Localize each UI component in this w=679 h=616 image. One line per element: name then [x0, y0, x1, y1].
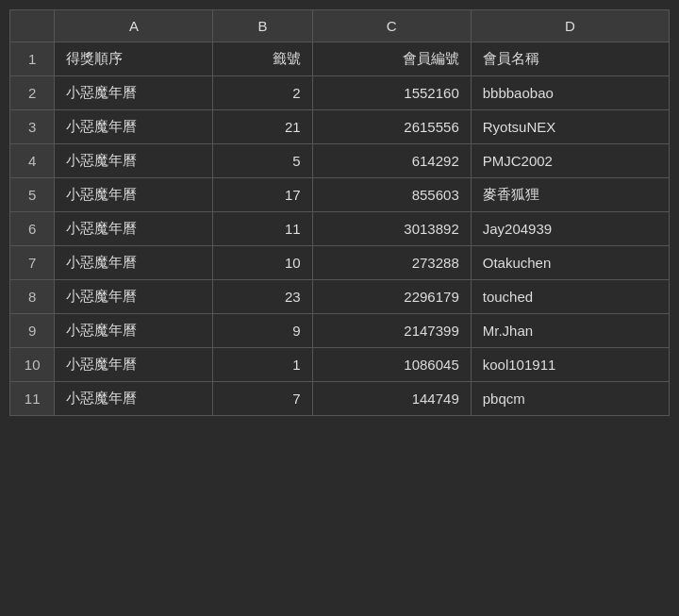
cell-col-d[interactable]: bbbbaobao	[471, 76, 669, 110]
cell-col-b[interactable]: 17	[213, 178, 312, 212]
row-number: 8	[10, 280, 55, 314]
cell-col-c[interactable]: 2147399	[312, 314, 471, 348]
cell-col-c[interactable]: 855603	[312, 178, 471, 212]
row-number: 1	[10, 42, 55, 76]
cell-col-b[interactable]: 5	[213, 144, 312, 178]
table-row: 4小惡魔年曆5614292PMJC2002	[10, 144, 670, 178]
cell-col-a[interactable]: 小惡魔年曆	[55, 110, 213, 144]
table-row: 3小惡魔年曆212615556RyotsuNEX	[10, 110, 670, 144]
cell-col-d[interactable]: Mr.Jhan	[471, 314, 669, 348]
cell-col-b[interactable]: 21	[213, 110, 312, 144]
cell-col-b[interactable]: 10	[213, 246, 312, 280]
row-number: 11	[10, 382, 55, 416]
column-header-a: A	[55, 10, 213, 42]
table-row: 11小惡魔年曆7144749pbqcm	[10, 382, 670, 416]
cell-col-b[interactable]: 2	[213, 76, 312, 110]
cell-col-c[interactable]: 2615556	[312, 110, 471, 144]
cell-col-d[interactable]: pbqcm	[471, 382, 669, 416]
cell-col-b[interactable]: 9	[213, 314, 312, 348]
cell-col-a[interactable]: 得獎順序	[55, 42, 213, 76]
table-row: 1得獎順序籤號會員編號會員名稱	[10, 42, 670, 76]
cell-col-c[interactable]: 會員編號	[312, 42, 471, 76]
cell-col-c[interactable]: 1086045	[312, 348, 471, 382]
row-number: 9	[10, 314, 55, 348]
cell-col-d[interactable]: Jay204939	[471, 212, 669, 246]
cell-col-b[interactable]: 1	[213, 348, 312, 382]
table-row: 10小惡魔年曆11086045kool101911	[10, 348, 670, 382]
cell-col-c[interactable]: 614292	[312, 144, 471, 178]
cell-col-a[interactable]: 小惡魔年曆	[55, 246, 213, 280]
column-header-b: B	[213, 10, 312, 42]
cell-col-b[interactable]: 11	[213, 212, 312, 246]
cell-col-a[interactable]: 小惡魔年曆	[55, 348, 213, 382]
cell-col-b[interactable]: 23	[213, 280, 312, 314]
corner-cell	[10, 10, 55, 42]
cell-col-a[interactable]: 小惡魔年曆	[55, 382, 213, 416]
table-row: 8小惡魔年曆232296179touched	[10, 280, 670, 314]
cell-col-a[interactable]: 小惡魔年曆	[55, 280, 213, 314]
cell-col-d[interactable]: Otakuchen	[471, 246, 669, 280]
cell-col-d[interactable]: RyotsuNEX	[471, 110, 669, 144]
cell-col-d[interactable]: 會員名稱	[471, 42, 669, 76]
cell-col-d[interactable]: touched	[471, 280, 669, 314]
row-number: 3	[10, 110, 55, 144]
cell-col-a[interactable]: 小惡魔年曆	[55, 178, 213, 212]
cell-col-d[interactable]: 麥香狐狸	[471, 178, 669, 212]
row-number: 5	[10, 178, 55, 212]
row-number: 10	[10, 348, 55, 382]
cell-col-b[interactable]: 籤號	[213, 42, 312, 76]
row-number: 7	[10, 246, 55, 280]
cell-col-a[interactable]: 小惡魔年曆	[55, 144, 213, 178]
table-row: 2小惡魔年曆21552160bbbbaobao	[10, 76, 670, 110]
column-header-c: C	[312, 10, 471, 42]
cell-col-c[interactable]: 273288	[312, 246, 471, 280]
cell-col-a[interactable]: 小惡魔年曆	[55, 314, 213, 348]
row-number: 4	[10, 144, 55, 178]
row-number: 2	[10, 76, 55, 110]
table-row: 7小惡魔年曆10273288Otakuchen	[10, 246, 670, 280]
cell-col-d[interactable]: kool101911	[471, 348, 669, 382]
row-number: 6	[10, 212, 55, 246]
cell-col-c[interactable]: 3013892	[312, 212, 471, 246]
cell-col-a[interactable]: 小惡魔年曆	[55, 76, 213, 110]
spreadsheet-table: A B C D 1得獎順序籤號會員編號會員名稱2小惡魔年曆21552160bbb…	[9, 9, 670, 416]
cell-col-c[interactable]: 2296179	[312, 280, 471, 314]
cell-col-c[interactable]: 144749	[312, 382, 471, 416]
table-row: 5小惡魔年曆17855603麥香狐狸	[10, 178, 670, 212]
spreadsheet-container: A B C D 1得獎順序籤號會員編號會員名稱2小惡魔年曆21552160bbb…	[0, 0, 679, 616]
cell-col-d[interactable]: PMJC2002	[471, 144, 669, 178]
cell-col-a[interactable]: 小惡魔年曆	[55, 212, 213, 246]
cell-col-c[interactable]: 1552160	[312, 76, 471, 110]
table-row: 6小惡魔年曆113013892Jay204939	[10, 212, 670, 246]
table-row: 9小惡魔年曆92147399Mr.Jhan	[10, 314, 670, 348]
column-header-d: D	[471, 10, 669, 42]
cell-col-b[interactable]: 7	[213, 382, 312, 416]
